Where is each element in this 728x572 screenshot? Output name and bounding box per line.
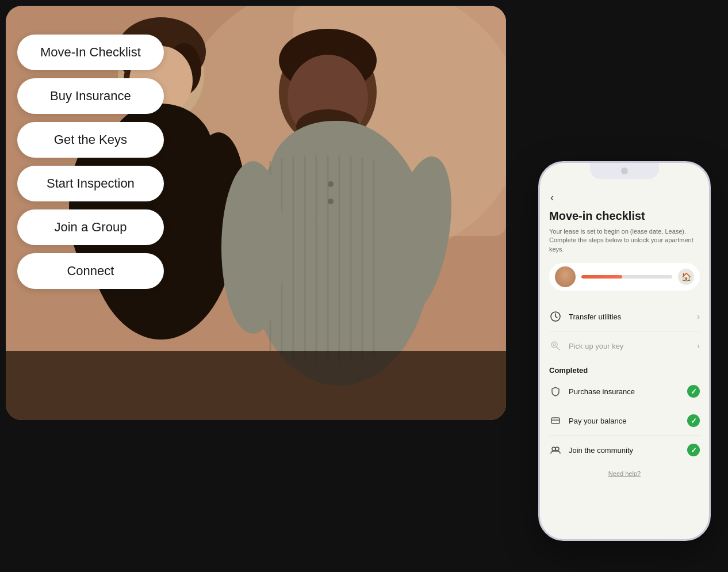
check-icon: [687, 414, 700, 427]
start-inspection-button[interactable]: Start Inspection: [17, 166, 164, 201]
join-community-label: Join the community: [569, 446, 680, 455]
phone-notch: [590, 163, 659, 179]
phone-screen: ‹ Move-in checklist Your lease is set to…: [540, 163, 709, 539]
svg-point-31: [328, 199, 334, 204]
back-arrow[interactable]: ‹: [549, 192, 700, 204]
pay-balance-label: Pay your balance: [569, 417, 680, 425]
pill-buttons-container: Move-In Checklist Buy Insurance Get the …: [17, 35, 164, 289]
svg-point-40: [552, 447, 555, 451]
list-item[interactable]: Purchase insurance: [549, 377, 700, 406]
pick-up-key-label: Pick up your key: [569, 342, 690, 350]
list-item[interactable]: Transfer utilities ›: [549, 302, 700, 331]
home-icon: 🏠: [678, 269, 694, 285]
svg-point-41: [555, 447, 559, 451]
progress-fill: [581, 275, 622, 279]
svg-point-32: [221, 161, 285, 334]
svg-point-38: [553, 344, 555, 346]
scene: Move-In Checklist Buy Insurance Get the …: [0, 0, 728, 572]
need-help-link[interactable]: Need help?: [549, 470, 700, 477]
avatar: [555, 266, 576, 287]
chevron-right-icon: ›: [697, 341, 700, 350]
connect-button[interactable]: Connect: [17, 253, 164, 289]
chevron-right-icon: ›: [697, 312, 700, 321]
svg-rect-39: [551, 418, 560, 424]
progress-bar: [581, 275, 672, 279]
active-checklist: Transfer utilities › Pick up your key ›: [549, 302, 700, 360]
progress-area: 🏠: [549, 263, 700, 291]
completed-section-label: Completed: [549, 366, 700, 375]
phone-screen-title: Move-in checklist: [549, 209, 700, 223]
check-icon: [687, 385, 700, 398]
phone-mockup: ‹ Move-in checklist Your lease is set to…: [538, 161, 711, 541]
avatar-face: [555, 266, 576, 287]
transfer-utilities-label: Transfer utilities: [569, 312, 690, 321]
join-community-icon: [549, 444, 562, 456]
svg-rect-34: [6, 351, 506, 420]
phone-screen-subtitle: Your lease is set to begin on (lease dat…: [549, 227, 700, 254]
pick-up-key-icon: [549, 340, 562, 352]
list-item[interactable]: Join the community: [549, 436, 700, 464]
pay-balance-icon: [549, 414, 562, 427]
move-in-checklist-button[interactable]: Move-In Checklist: [17, 35, 164, 70]
list-item[interactable]: Pick up your key ›: [549, 331, 700, 360]
check-icon: [687, 444, 700, 456]
transfer-utilities-icon: [549, 310, 562, 323]
purchase-insurance-label: Purchase insurance: [569, 387, 680, 396]
buy-insurance-button[interactable]: Buy Insurance: [17, 78, 164, 114]
svg-point-19: [270, 121, 397, 224]
get-the-keys-button[interactable]: Get the Keys: [17, 122, 164, 158]
join-a-group-button[interactable]: Join a Group: [17, 209, 164, 245]
svg-point-30: [328, 181, 334, 187]
purchase-insurance-icon: [549, 385, 562, 398]
list-item[interactable]: Pay your balance: [549, 406, 700, 436]
completed-checklist: Purchase insurance Pay your balance: [549, 377, 700, 464]
